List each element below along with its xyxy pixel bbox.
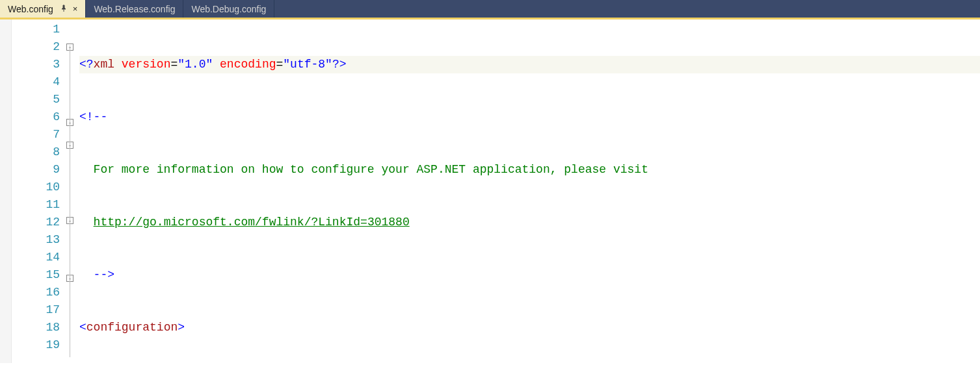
line-number: 2 [12, 38, 60, 56]
line-number: 16 [12, 284, 60, 301]
line-number: 6 [12, 108, 60, 126]
line-number: 8 [12, 144, 60, 161]
code-line[interactable]: <?xml version="1.0" encoding="utf-8"?> [79, 56, 980, 73]
code-editor[interactable]: 1 2 3 4 5 6 7 8 9 10 11 12 13 14 15 16 1… [0, 19, 980, 363]
tab-web-debug-config[interactable]: Web.Debug.config [183, 0, 274, 18]
code-line[interactable]: http://go.microsoft.com/fwlink/?LinkId=3… [79, 214, 980, 231]
line-number: 5 [12, 91, 60, 108]
tab-bar: Web.config × Web.Release.config Web.Debu… [0, 0, 980, 19]
code-line[interactable]: <configuration> [79, 319, 980, 336]
line-number: 11 [12, 196, 60, 214]
line-number: 10 [12, 179, 60, 196]
pin-icon[interactable] [60, 5, 68, 14]
outlining-margin: - - - - - [65, 19, 77, 363]
line-number: 4 [12, 73, 60, 91]
close-icon[interactable]: × [73, 4, 78, 14]
code-area[interactable]: <?xml version="1.0" encoding="utf-8"?> <… [77, 19, 980, 363]
line-number: 19 [12, 336, 60, 354]
line-number: 9 [12, 161, 60, 179]
line-number: 18 [12, 319, 60, 336]
line-number: 14 [12, 249, 60, 266]
indicator-margin [0, 19, 12, 363]
line-number: 7 [12, 126, 60, 144]
code-line[interactable]: For more information on how to configure… [79, 161, 980, 179]
tab-web-config[interactable]: Web.config × [0, 0, 86, 18]
tab-label: Web.Debug.config [191, 4, 266, 14]
line-number: 1 [12, 21, 60, 38]
tab-label: Web.Release.config [94, 4, 175, 14]
line-number-gutter: 1 2 3 4 5 6 7 8 9 10 11 12 13 14 15 16 1… [12, 19, 65, 363]
tab-web-release-config[interactable]: Web.Release.config [86, 0, 183, 18]
tab-label: Web.config [8, 4, 53, 14]
line-number: 17 [12, 301, 60, 319]
code-line[interactable]: <!-- [79, 108, 980, 126]
line-number: 15 [12, 266, 60, 284]
line-number: 3 [12, 56, 60, 73]
code-line[interactable]: --> [79, 266, 980, 284]
line-number: 12 [12, 214, 60, 231]
line-number: 13 [12, 231, 60, 249]
